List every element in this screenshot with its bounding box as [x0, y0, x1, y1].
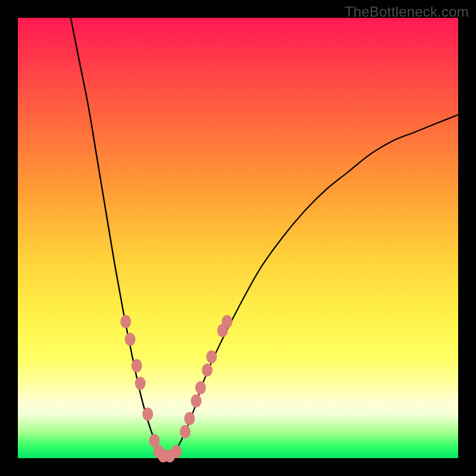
trough-marker: [125, 333, 136, 346]
trough-marker: [180, 425, 190, 439]
trough-marker: [191, 394, 202, 408]
trough-marker: [135, 377, 146, 390]
plot-area: [18, 18, 458, 458]
trough-marker: [222, 315, 233, 328]
left-branch-curve: [71, 18, 168, 458]
trough-markers: [120, 315, 232, 463]
trough-marker: [206, 350, 217, 364]
trough-marker: [202, 364, 212, 377]
trough-marker: [131, 359, 142, 372]
watermark-text: TheBottleneck.com: [345, 4, 469, 20]
curves-layer: [18, 18, 458, 458]
chart-frame: TheBottleneck.com: [0, 0, 476, 476]
trough-marker: [195, 381, 206, 394]
trough-marker: [142, 408, 153, 421]
trough-marker: [120, 315, 131, 328]
trough-marker: [184, 412, 195, 425]
right-branch-curve: [168, 115, 458, 458]
trough-marker: [171, 445, 181, 458]
